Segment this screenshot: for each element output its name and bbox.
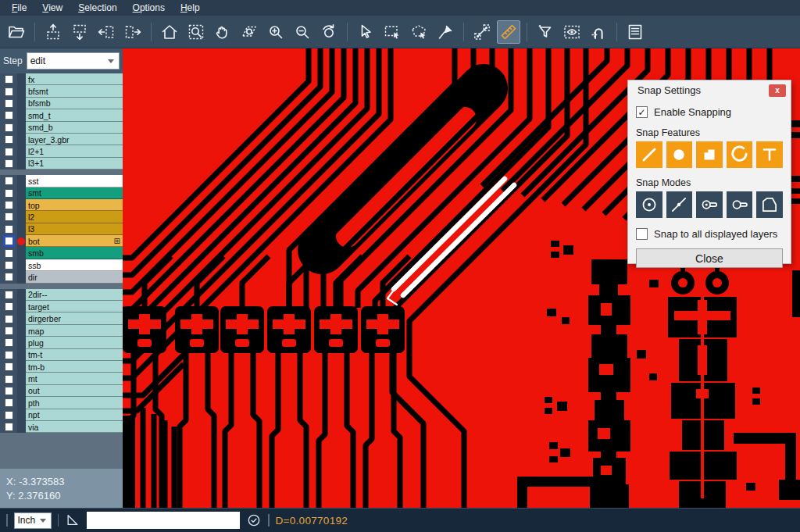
layer-checkbox-sst[interactable] bbox=[5, 177, 13, 185]
snap-corner-button[interactable] bbox=[756, 191, 783, 218]
layer-item-pth[interactable]: pth bbox=[26, 397, 123, 409]
layer-checkbox-tm-b[interactable] bbox=[5, 362, 13, 371]
layer-checkbox-mt[interactable] bbox=[5, 375, 13, 384]
command-input[interactable] bbox=[87, 512, 240, 529]
ruler-button[interactable] bbox=[497, 20, 520, 44]
layer-checkbox-tm-t[interactable] bbox=[5, 351, 13, 359]
snap-pad-button[interactable] bbox=[666, 141, 693, 168]
zoom-previous-button[interactable] bbox=[317, 20, 341, 44]
layer-checkbox-dirgerber[interactable] bbox=[5, 315, 13, 323]
measure-line-button[interactable] bbox=[470, 20, 494, 44]
layer-checkbox-ssb[interactable] bbox=[5, 261, 13, 270]
select-cursor-button[interactable] bbox=[354, 20, 377, 44]
snap-center-button[interactable] bbox=[636, 191, 662, 218]
layer-item-npt[interactable]: npt bbox=[26, 409, 123, 421]
layer-checkbox-out[interactable] bbox=[5, 387, 13, 395]
layer-item-l2[interactable]: l2 bbox=[26, 211, 123, 223]
net-trace-button[interactable] bbox=[587, 20, 610, 44]
zoom-dynamic-button[interactable] bbox=[238, 20, 261, 44]
layer-item-bfsmb[interactable]: bfsmb bbox=[26, 98, 123, 109]
home-button[interactable] bbox=[158, 20, 181, 44]
step-dropdown[interactable]: edit bbox=[27, 52, 120, 70]
layer-item-dirgerber[interactable]: dirgerber bbox=[26, 312, 123, 324]
zoom-window-button[interactable] bbox=[184, 20, 208, 44]
layer-item-ssb[interactable]: ssb bbox=[26, 259, 123, 271]
layer-checkbox-l3+1[interactable] bbox=[5, 159, 13, 168]
layer-checkbox-dir[interactable] bbox=[5, 273, 13, 281]
select-rect-button[interactable] bbox=[380, 20, 404, 44]
snap-slot-button[interactable] bbox=[696, 191, 723, 218]
layer-item-map[interactable]: map bbox=[26, 325, 123, 337]
snap-all-layers-checkbox[interactable] bbox=[636, 228, 648, 240]
open-folder-button[interactable] bbox=[5, 20, 28, 44]
layer-checkbox-plug[interactable] bbox=[5, 338, 13, 347]
enable-snapping-checkbox[interactable]: ✓ bbox=[636, 106, 648, 118]
menu-options[interactable]: Options bbox=[126, 2, 172, 14]
report-list-button[interactable] bbox=[623, 20, 647, 44]
nudge-down-button[interactable] bbox=[68, 20, 91, 44]
menu-view[interactable]: View bbox=[35, 2, 70, 14]
snap-text-button[interactable] bbox=[756, 141, 783, 168]
nudge-up-button[interactable] bbox=[41, 20, 65, 44]
zoom-out-button[interactable] bbox=[291, 20, 314, 44]
layer-item-plug[interactable]: plug bbox=[26, 337, 123, 348]
sync-check-icon[interactable] bbox=[246, 512, 262, 528]
layer-checkbox-l3[interactable] bbox=[5, 225, 13, 234]
nudge-right-button[interactable] bbox=[121, 20, 145, 44]
unit-dropdown[interactable]: Inch bbox=[14, 512, 52, 529]
pan-hand-button[interactable] bbox=[211, 20, 234, 44]
layer-checkbox-bfsmb[interactable] bbox=[5, 99, 13, 108]
layer-item-layer_3.gbr[interactable]: layer_3.gbr bbox=[26, 134, 123, 145]
layer-item-target[interactable]: target bbox=[26, 301, 123, 312]
grid-icon[interactable]: ⊞ bbox=[114, 237, 120, 245]
layer-item-fx[interactable]: fx bbox=[26, 73, 123, 85]
layer-checkbox-l2[interactable] bbox=[5, 212, 13, 221]
layer-checkbox-pth[interactable] bbox=[5, 398, 13, 407]
layer-item-bfsmt[interactable]: bfsmt bbox=[26, 85, 123, 97]
layer-checkbox-fx[interactable] bbox=[5, 75, 13, 84]
layer-checkbox-via[interactable] bbox=[5, 423, 13, 431]
layer-item-top[interactable]: top bbox=[26, 199, 123, 211]
layer-item-smb[interactable]: smb bbox=[26, 247, 123, 259]
layer-checkbox-top[interactable] bbox=[5, 201, 13, 209]
layer-item-out[interactable]: out bbox=[26, 385, 123, 397]
select-region-button[interactable] bbox=[407, 20, 430, 44]
snap-midpoint-button[interactable] bbox=[666, 191, 693, 218]
layer-checkbox-smd_t[interactable] bbox=[5, 111, 13, 120]
snap-surface-button[interactable] bbox=[696, 141, 723, 168]
menu-file[interactable]: File bbox=[5, 2, 34, 14]
layer-checkbox-2dir--[interactable] bbox=[5, 291, 13, 299]
layer-checkbox-bot[interactable] bbox=[5, 237, 13, 245]
snap-arc-button[interactable] bbox=[727, 141, 753, 168]
layer-item-tm-b[interactable]: tm-b bbox=[26, 361, 123, 373]
layer-item-sst[interactable]: sst bbox=[26, 175, 123, 187]
corner-angle-icon[interactable] bbox=[65, 512, 80, 528]
layer-item-smd_b[interactable]: smd_b bbox=[26, 122, 123, 134]
layer-checkbox-smb[interactable] bbox=[5, 249, 13, 258]
layer-item-via[interactable]: via bbox=[26, 421, 123, 433]
layer-item-mt[interactable]: mt bbox=[26, 373, 123, 384]
layer-item-2dir--[interactable]: 2dir-- bbox=[26, 289, 123, 301]
layer-item-l2+1[interactable]: l2+1 bbox=[26, 145, 123, 157]
layer-item-l3[interactable]: l3 bbox=[26, 223, 123, 235]
layer-checkbox-npt[interactable] bbox=[5, 411, 13, 420]
snap-line-button[interactable] bbox=[636, 141, 662, 168]
layer-item-bot[interactable]: bot⊞ bbox=[26, 235, 123, 247]
layer-checkbox-smd_b[interactable] bbox=[5, 123, 13, 132]
layer-item-l3+1[interactable]: l3+1 bbox=[26, 158, 123, 170]
repaint-brush-button[interactable] bbox=[434, 20, 457, 44]
layer-checkbox-map[interactable] bbox=[5, 327, 13, 335]
layer-item-smd_t[interactable]: smd_t bbox=[26, 109, 123, 121]
snap-outline-button[interactable] bbox=[727, 191, 753, 218]
menu-help[interactable]: Help bbox=[173, 2, 207, 14]
close-icon[interactable]: x bbox=[769, 84, 786, 97]
view-selection-button[interactable] bbox=[560, 20, 584, 44]
layer-checkbox-bfsmt[interactable] bbox=[5, 87, 13, 96]
layer-checkbox-target[interactable] bbox=[5, 302, 13, 311]
menu-selection[interactable]: Selection bbox=[71, 2, 123, 14]
layer-item-tm-t[interactable]: tm-t bbox=[26, 349, 123, 361]
zoom-in-button[interactable] bbox=[264, 20, 288, 44]
layer-checkbox-layer_3.gbr[interactable] bbox=[5, 135, 13, 144]
filter-button[interactable] bbox=[534, 20, 557, 44]
layer-checkbox-smt[interactable] bbox=[5, 189, 13, 198]
